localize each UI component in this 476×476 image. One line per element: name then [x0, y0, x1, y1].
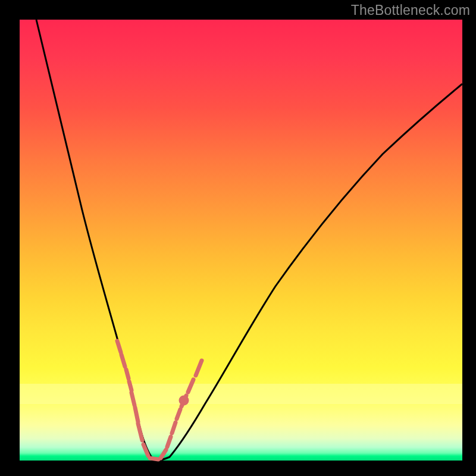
svg-point-16 — [181, 397, 187, 403]
svg-line-9 — [161, 450, 166, 458]
svg-line-1 — [121, 355, 125, 367]
svg-line-0 — [117, 341, 121, 352]
svg-line-10 — [167, 437, 171, 447]
svg-line-7 — [143, 444, 148, 456]
svg-line-12 — [177, 409, 180, 419]
svg-line-3 — [129, 381, 131, 390]
marker-cluster — [117, 341, 202, 459]
svg-line-8 — [150, 458, 158, 459]
curve-layer — [20, 20, 462, 461]
svg-line-6 — [138, 424, 142, 440]
svg-line-14 — [188, 380, 193, 392]
watermark-text: TheBottleneck.com — [351, 2, 470, 18]
svg-line-2 — [126, 369, 129, 378]
svg-line-4 — [131, 393, 134, 405]
chart-frame: TheBottleneck.com — [0, 0, 476, 476]
svg-line-11 — [172, 422, 176, 433]
bottleneck-curve — [36, 20, 462, 460]
plot-area — [20, 20, 462, 461]
svg-line-5 — [135, 408, 138, 422]
svg-line-15 — [196, 361, 202, 375]
